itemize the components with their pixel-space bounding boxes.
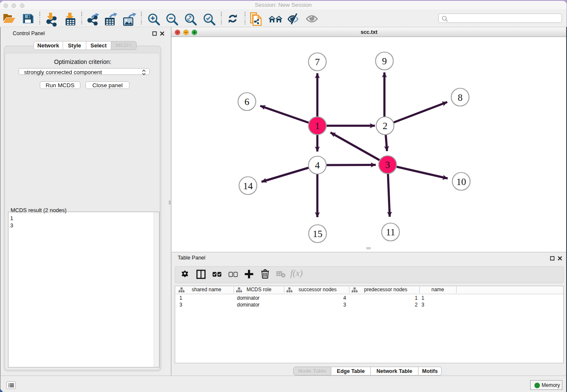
svg-text:9: 9 bbox=[382, 56, 387, 66]
svg-text:6: 6 bbox=[245, 97, 250, 107]
svg-text:3: 3 bbox=[385, 160, 390, 170]
svg-text:8: 8 bbox=[458, 92, 463, 103]
svg-text:10: 10 bbox=[457, 177, 466, 187]
svg-text:14: 14 bbox=[243, 181, 253, 191]
svg-text:15: 15 bbox=[313, 229, 322, 239]
svg-text:11: 11 bbox=[386, 227, 395, 237]
svg-text:1: 1 bbox=[315, 121, 320, 131]
svg-text:4: 4 bbox=[315, 160, 320, 171]
svg-text:7: 7 bbox=[315, 57, 320, 67]
svg-text:2: 2 bbox=[383, 121, 388, 131]
